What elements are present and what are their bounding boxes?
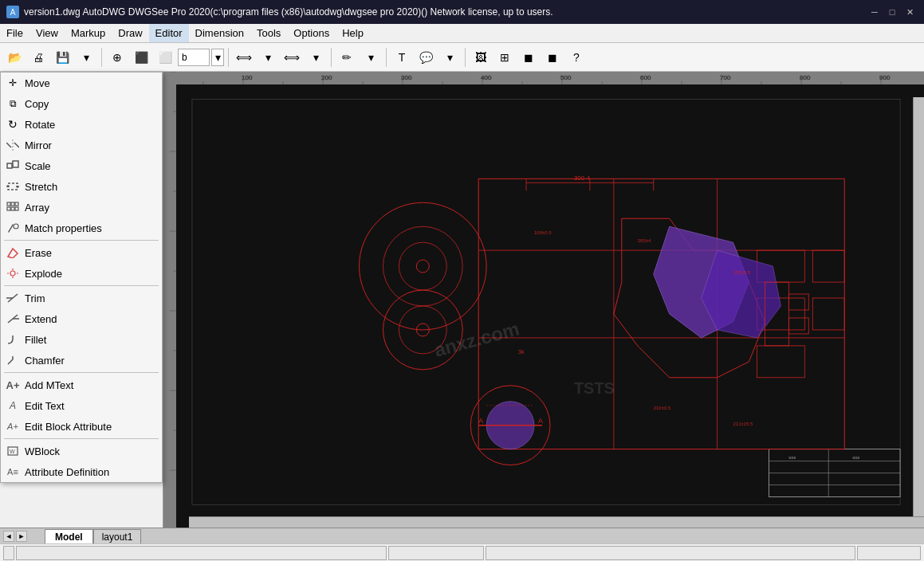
print-button[interactable]: 🖨: [27, 46, 49, 69]
menu-item-extend[interactable]: Extend: [1, 308, 162, 329]
nav2-tool[interactable]: ◼: [541, 46, 564, 69]
layer-dropdown[interactable]: b: [178, 49, 210, 66]
pen-dropdown[interactable]: ▾: [360, 46, 382, 69]
menu-item-chamfer[interactable]: Chamfer: [1, 350, 162, 371]
svg-text:800: 800: [800, 74, 811, 81]
window-title: version1.dwg AutoDWG DWGSee Pro 2020(c:\…: [24, 6, 553, 18]
menu-item-scale[interactable]: Scale: [1, 155, 162, 176]
dimension-dropdown[interactable]: ▾: [257, 46, 279, 69]
menu-help[interactable]: Help: [336, 24, 370, 42]
menu-options[interactable]: Options: [287, 24, 336, 42]
svg-text:xxx: xxx: [852, 455, 859, 460]
layer-dropdown-arrow[interactable]: ▾: [211, 49, 224, 66]
svg-text:200±4: 200±4: [638, 238, 651, 243]
svg-point-14: [14, 224, 18, 229]
menu-tools[interactable]: Tools: [250, 24, 287, 42]
stretch-icon: [6, 179, 20, 194]
tool1[interactable]: ⊕: [106, 46, 128, 69]
menu-item-scale-label: Scale: [25, 160, 51, 172]
svg-text:100: 100: [242, 74, 253, 81]
svg-rect-55: [163, 72, 176, 528]
svg-text:500: 500: [560, 74, 572, 81]
menu-item-edit-text[interactable]: A Edit Text: [1, 395, 162, 416]
menu-editor[interactable]: Editor: [149, 24, 189, 42]
menu-view[interactable]: View: [29, 24, 65, 42]
menu-item-array-label: Array: [25, 202, 49, 214]
menu-item-attribute-definition[interactable]: A≡ Attribute Definition: [1, 461, 162, 482]
svg-text:115±5.5: 115±5.5: [733, 270, 751, 275]
menu-item-attribute-definition-label: Attribute Definition: [25, 466, 109, 478]
menu-item-edit-block-attribute[interactable]: A+ Edit Block Attribute: [1, 416, 162, 437]
tab-model[interactable]: Model: [45, 529, 93, 543]
menu-bar: File View Markup Draw Editor Dimension T…: [0, 24, 924, 43]
horizontal-scrollbar[interactable]: [189, 516, 924, 528]
extend-icon: [6, 312, 20, 326]
dim2-dropdown[interactable]: ▾: [305, 46, 327, 69]
editor-dropdown-menu: ✛ Move ⧉ Copy ↻ Rotate Mirror: [0, 72, 163, 483]
menu-item-move[interactable]: ✛ Move: [1, 73, 162, 93]
menu-item-mirror[interactable]: Mirror: [1, 135, 162, 155]
menu-item-copy[interactable]: ⧉ Copy: [1, 93, 162, 114]
app-icon: A: [6, 6, 19, 18]
separator-2: [4, 285, 159, 286]
compare-tool[interactable]: ⊞: [493, 46, 516, 69]
nav-tool[interactable]: ◼: [517, 46, 540, 69]
menu-item-erase[interactable]: Erase: [1, 242, 162, 263]
callout-tool[interactable]: 💬: [415, 46, 437, 69]
menu-item-mirror-label: Mirror: [25, 139, 52, 151]
tab-bar: ◄ ► Model layout1: [0, 528, 924, 543]
minimize-button[interactable]: ─: [867, 4, 883, 20]
menu-markup[interactable]: Markup: [65, 24, 112, 42]
menu-file[interactable]: File: [0, 24, 29, 42]
tab-next-button[interactable]: ►: [16, 531, 27, 542]
save-dropdown-button[interactable]: ▾: [75, 46, 97, 69]
menu-item-trim[interactable]: Trim: [1, 288, 162, 308]
callout-dropdown[interactable]: ▾: [438, 46, 461, 69]
status-segment-4: [486, 546, 856, 560]
tool2[interactable]: ⬛: [130, 46, 152, 69]
save-button[interactable]: 💾: [51, 46, 73, 69]
erase-icon: [6, 245, 20, 260]
scale-icon: [6, 159, 20, 173]
menu-item-add-mtext-label: Add MText: [25, 379, 73, 391]
tab-layout1[interactable]: layout1: [93, 529, 142, 543]
menu-item-rotate[interactable]: ↻ Rotate: [1, 114, 162, 135]
text-tool[interactable]: T: [391, 46, 413, 69]
edit-text-icon: A: [6, 398, 20, 413]
drawing-area[interactable]: 100 200 300 400 500 600 700 800: [163, 72, 924, 528]
pen-tool[interactable]: ✏: [336, 46, 358, 69]
menu-item-wblock[interactable]: W WBlock: [1, 441, 162, 461]
image-tool[interactable]: 🖼: [470, 46, 492, 69]
svg-rect-11: [7, 207, 10, 210]
svg-rect-9: [11, 202, 14, 206]
chamfer-icon: [6, 353, 20, 367]
svg-text:xxx: xxx: [788, 455, 796, 460]
mirror-icon: [6, 138, 20, 152]
help-tool[interactable]: ?: [565, 46, 588, 69]
tab-prev-button[interactable]: ◄: [3, 531, 14, 542]
layer-value: b: [182, 52, 187, 63]
menu-item-add-mtext[interactable]: A+ Add MText: [1, 375, 162, 395]
menu-item-copy-label: Copy: [25, 98, 49, 110]
dim2-tool[interactable]: ⟺: [281, 46, 303, 69]
close-button[interactable]: ✕: [902, 4, 918, 20]
menu-dimension[interactable]: Dimension: [189, 24, 250, 42]
status-segment-2: [16, 546, 387, 560]
menu-draw[interactable]: Draw: [112, 24, 148, 42]
menu-item-fillet[interactable]: Fillet: [1, 329, 162, 350]
maximize-button[interactable]: □: [884, 4, 900, 20]
toolbar-separator-1: [101, 48, 102, 67]
tool3[interactable]: ⬜: [154, 46, 176, 69]
cad-canvas[interactable]: xxx xxx 300-4: [176, 84, 924, 528]
vertical-scrollbar[interactable]: [913, 97, 924, 516]
svg-text:A: A: [478, 417, 483, 425]
menu-item-match-properties[interactable]: Match properties: [1, 218, 162, 238]
menu-item-array[interactable]: Array: [1, 197, 162, 218]
menu-item-extend-label: Extend: [25, 313, 57, 325]
menu-item-explode[interactable]: Explode: [1, 263, 162, 284]
dimension-tool[interactable]: ⟺: [233, 46, 255, 69]
menu-item-stretch[interactable]: Stretch: [1, 176, 162, 197]
move-icon: ✛: [6, 76, 20, 90]
svg-text:211±15.5: 211±15.5: [733, 422, 754, 426]
open-button[interactable]: 📂: [3, 46, 26, 69]
